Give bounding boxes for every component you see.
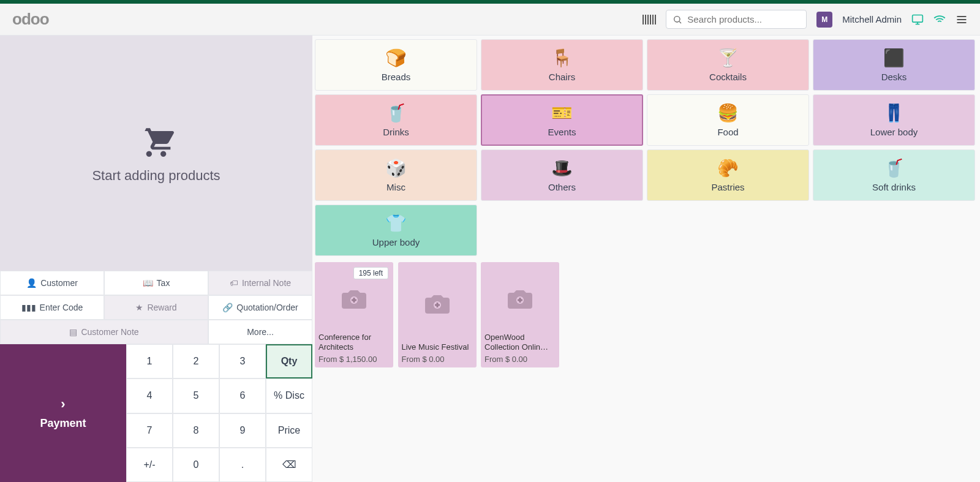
star-icon: ★ xyxy=(135,303,143,312)
person-icon: 👤 xyxy=(26,278,37,288)
customer-button[interactable]: 👤Customer xyxy=(0,271,104,295)
category-label: Pastries xyxy=(711,182,744,192)
category-upper-body[interactable]: 👕Upper body xyxy=(315,205,477,256)
chevron-right-icon: › xyxy=(61,396,65,412)
stock-badge: 195 left xyxy=(353,267,388,279)
product-price: From $ 1,150.00 xyxy=(318,355,390,364)
numpad-key-1[interactable]: 1 xyxy=(126,344,173,378)
category-label: Upper body xyxy=(372,237,420,247)
category-icon: 🍸 xyxy=(717,48,739,68)
customer-note-button[interactable]: ▤Customer Note xyxy=(0,320,208,344)
link-icon: 🔗 xyxy=(222,303,233,312)
category-icon: 👕 xyxy=(385,213,407,233)
empty-cart-area: Start adding products xyxy=(0,36,312,271)
search-box[interactable] xyxy=(666,10,807,29)
category-label: Chairs xyxy=(549,72,575,82)
numpad-key--[interactable]: +/- xyxy=(126,448,173,482)
order-actions: 👤Customer 📖Tax 🏷Internal Note ▮▮▮Enter C… xyxy=(0,271,312,344)
more-button[interactable]: More... xyxy=(208,320,312,344)
numpad-key-9[interactable]: 9 xyxy=(219,413,266,448)
payment-button[interactable]: › Payment xyxy=(0,344,126,482)
category-chairs[interactable]: 🪑Chairs xyxy=(481,39,643,91)
search-input[interactable] xyxy=(687,14,804,24)
numpad-key-3[interactable]: 3 xyxy=(219,344,266,378)
category-soft-drinks[interactable]: 🥤Soft drinks xyxy=(813,149,975,201)
product-card[interactable]: Live Music FestivalFrom $ 0.00 xyxy=(398,262,477,367)
internal-note-button[interactable]: 🏷Internal Note xyxy=(208,271,312,295)
category-icon: 🍔 xyxy=(717,103,739,123)
tax-button[interactable]: 📖Tax xyxy=(104,271,208,295)
category-label: Misc xyxy=(386,182,405,192)
product-card[interactable]: 195 leftConference for ArchitectsFrom $ … xyxy=(315,262,393,367)
numpad-key-price[interactable]: Price xyxy=(266,413,312,448)
category-label: Food xyxy=(717,127,738,137)
numpad-key-2[interactable]: 2 xyxy=(173,344,219,378)
hamburger-icon[interactable] xyxy=(956,13,968,26)
barcode-small-icon: ▮▮▮ xyxy=(21,303,36,312)
category-icon: 🎲 xyxy=(385,158,407,178)
category-cocktails[interactable]: 🍸Cocktails xyxy=(647,39,809,91)
product-price: From $ 0.00 xyxy=(402,355,473,364)
avatar[interactable]: M xyxy=(816,12,832,28)
svg-line-1 xyxy=(679,21,681,23)
book-icon: 📖 xyxy=(143,278,153,288)
numpad-key--disc[interactable]: % Disc xyxy=(266,378,312,413)
category-desks[interactable]: ⬛Desks xyxy=(813,39,975,91)
numpad-key-qty[interactable]: Qty xyxy=(266,344,312,378)
category-icon: 🎩 xyxy=(551,158,573,178)
category-label: Events xyxy=(548,127,576,137)
category-label: Drinks xyxy=(383,127,409,137)
numpad-key-5[interactable]: 5 xyxy=(173,378,219,413)
brand-logo: odoo xyxy=(12,10,49,29)
enter-code-button[interactable]: ▮▮▮Enter Code xyxy=(0,295,104,320)
empty-cart-message: Start adding products xyxy=(92,168,220,184)
numpad-key-4[interactable]: 4 xyxy=(126,378,173,413)
product-name: Conference for Architects xyxy=(318,333,390,353)
category-label: Others xyxy=(548,182,576,192)
wifi-icon[interactable] xyxy=(933,13,946,26)
numpad-key-8[interactable]: 8 xyxy=(173,413,219,448)
tag-icon: 🏷 xyxy=(230,278,238,288)
category-label: Lower body xyxy=(870,127,918,137)
category-icon: 👖 xyxy=(883,103,905,123)
category-food[interactable]: 🍔Food xyxy=(647,94,809,146)
category-breads[interactable]: 🍞Breads xyxy=(315,39,477,91)
quotation-button[interactable]: 🔗Quotation/Order xyxy=(208,295,312,320)
category-drinks[interactable]: 🥤Drinks xyxy=(315,94,477,146)
category-icon: 🥤 xyxy=(883,158,905,178)
category-icon: 🎫 xyxy=(551,103,573,123)
category-label: Desks xyxy=(881,72,907,82)
category-misc[interactable]: 🎲Misc xyxy=(315,149,477,201)
user-name[interactable]: Mitchell Admin xyxy=(842,14,902,24)
category-others[interactable]: 🎩Others xyxy=(481,149,643,201)
product-name: OpenWood Collection Onlin… xyxy=(484,333,556,353)
product-price: From $ 0.00 xyxy=(484,355,556,364)
numpad-key-0[interactable]: 0 xyxy=(173,448,219,482)
numpad: 123Qty456% Disc789Price+/-0.⌫ xyxy=(126,344,312,482)
product-row: 195 leftConference for ArchitectsFrom $ … xyxy=(315,262,975,367)
category-icon: ⬛ xyxy=(883,48,905,68)
category-events[interactable]: 🎫Events xyxy=(481,94,643,146)
numpad-key--[interactable]: ⌫ xyxy=(266,448,312,482)
category-lower-body[interactable]: 👖Lower body xyxy=(813,94,975,146)
monitor-icon[interactable] xyxy=(911,13,924,26)
category-icon: 🥤 xyxy=(385,103,407,123)
order-panel: Start adding products 👤Customer 📖Tax 🏷In… xyxy=(0,36,312,482)
category-label: Breads xyxy=(382,72,411,82)
product-card[interactable]: OpenWood Collection Onlin…From $ 0.00 xyxy=(481,262,559,367)
camera-plus-icon xyxy=(484,266,556,333)
numpad-key-6[interactable]: 6 xyxy=(219,378,266,413)
svg-point-0 xyxy=(674,16,680,21)
category-label: Soft drinks xyxy=(872,182,916,192)
category-label: Cocktails xyxy=(709,72,747,82)
svg-rect-2 xyxy=(913,15,923,22)
numpad-key-7[interactable]: 7 xyxy=(126,413,173,448)
camera-plus-icon xyxy=(402,266,473,342)
category-icon: 🥐 xyxy=(717,158,739,178)
reward-button[interactable]: ★Reward xyxy=(104,295,208,320)
cart-icon xyxy=(137,122,176,157)
category-icon: 🪑 xyxy=(551,48,573,68)
numpad-key--[interactable]: . xyxy=(219,448,266,482)
category-pastries[interactable]: 🥐Pastries xyxy=(647,149,809,201)
barcode-icon[interactable] xyxy=(643,15,656,24)
